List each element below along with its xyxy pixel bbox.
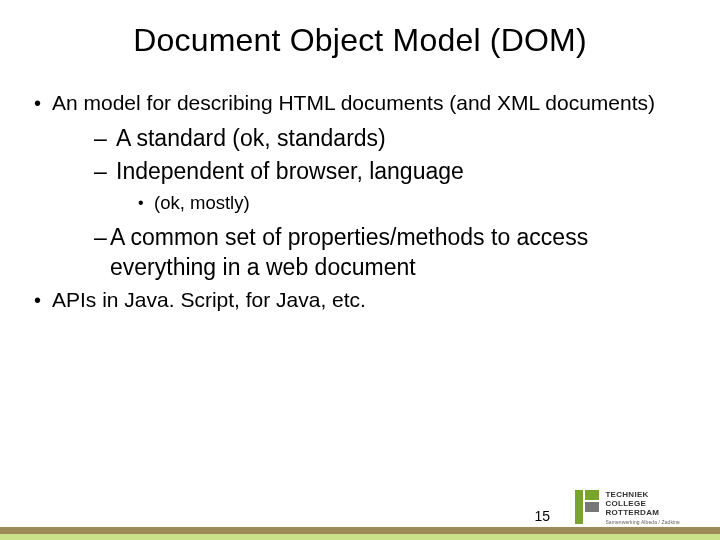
dash-icon: – [94, 222, 110, 252]
sub-3: – A common set of properties/methods to … [94, 222, 686, 282]
subsub-1: • (ok, mostly) [138, 190, 686, 216]
logo-tagline: Samenwerking Albeda / Zadkine [605, 519, 680, 525]
logo-mark-icon [575, 490, 599, 524]
sub-1: – A standard (ok, standards) [94, 123, 686, 153]
sub-2-text: Independent of browser, language [116, 156, 464, 186]
subsub-list: • (ok, mostly) [34, 190, 686, 216]
subsub-1-text: (ok, mostly) [154, 190, 250, 216]
sub-list: – A standard (ok, standards) – Independe… [34, 123, 686, 186]
bullet-dot-icon: • [138, 190, 154, 216]
bullet-dot-icon: • [34, 89, 52, 117]
bullet-dot-icon: • [34, 286, 52, 314]
page-number: 15 [534, 508, 550, 524]
bullet-1-text: An model for describing HTML documents (… [52, 89, 686, 117]
logo-text-block: TECHNIEK COLLEGE ROTTERDAM Samenwerking … [605, 490, 680, 525]
logo-line2: COLLEGE [605, 499, 680, 508]
dash-icon: – [94, 123, 116, 153]
footer-bar-light [0, 534, 720, 540]
footer-logo: TECHNIEK COLLEGE ROTTERDAM Samenwerking … [575, 490, 680, 525]
slide: Document Object Model (DOM) • An model f… [0, 0, 720, 540]
sub-2: – Independent of browser, language [94, 156, 686, 186]
slide-content: • An model for describing HTML documents… [0, 59, 720, 314]
bullet-2: • APIs in Java. Script, for Java, etc. [34, 286, 686, 314]
slide-title: Document Object Model (DOM) [0, 0, 720, 59]
sub-3-text: A common set of properties/methods to ac… [110, 222, 686, 282]
footer-bar-dark [0, 527, 720, 534]
bullet-1: • An model for describing HTML documents… [34, 89, 686, 117]
sub-1-text: A standard (ok, standards) [116, 123, 386, 153]
footer-bars [0, 527, 720, 540]
sub-list-2: – A common set of properties/methods to … [34, 222, 686, 282]
logo-line1: TECHNIEK [605, 490, 680, 499]
logo-line3: ROTTERDAM [605, 508, 680, 517]
dash-icon: – [94, 156, 116, 186]
bullet-2-text: APIs in Java. Script, for Java, etc. [52, 286, 686, 314]
